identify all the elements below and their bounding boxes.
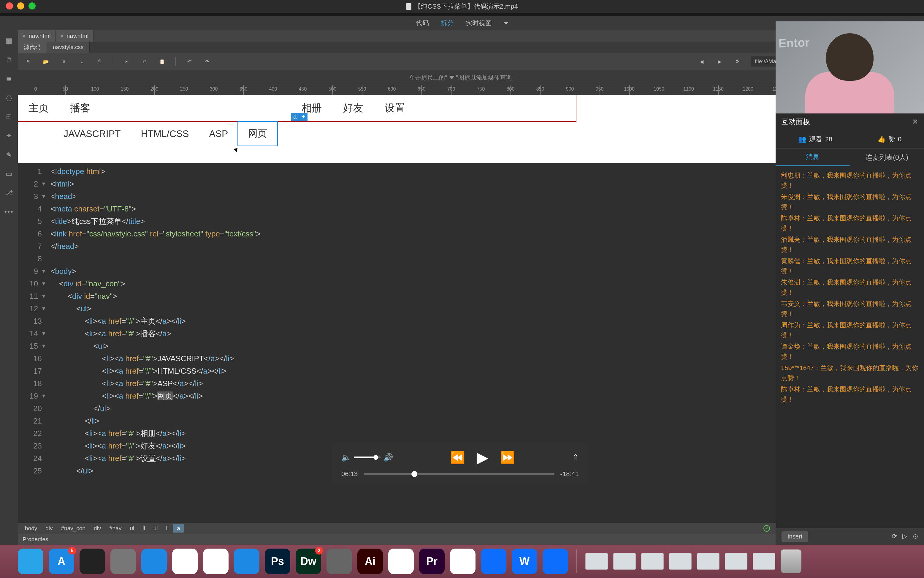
behaviors-icon[interactable]: ✦	[5, 131, 13, 140]
nav-item[interactable]: 主页	[18, 101, 59, 115]
print-icon[interactable]: ⎙	[95, 57, 104, 66]
tab-messages[interactable]: 消息	[775, 148, 850, 166]
line-number[interactable]: 8	[18, 252, 46, 265]
volume-low-icon[interactable]: 🔈	[341, 453, 351, 462]
close-icon[interactable]: ✕	[912, 118, 918, 126]
validation-ok-icon[interactable]: ✓	[764, 525, 770, 532]
refresh-icon[interactable]: ⟳	[892, 533, 897, 540]
subnav-item[interactable]: HTML/CSS	[131, 123, 199, 144]
dock-app-wechat[interactable]	[172, 549, 198, 574]
mode-split[interactable]: 拆分	[441, 19, 454, 28]
insert-button[interactable]: Insert	[782, 531, 808, 542]
line-number[interactable]: 13	[18, 315, 46, 327]
breadcrumb-item[interactable]: div	[90, 524, 105, 533]
dock-recent-window[interactable]	[697, 553, 720, 570]
dock-app-chrome[interactable]	[450, 549, 476, 574]
chat-message-list[interactable]: 利忠朋：兰敏，我来围观你的直播啦，为你点赞！朱俊澍：兰敏，我来围观你的直播啦，为…	[775, 166, 924, 545]
nav-item[interactable]: 播客	[59, 101, 101, 115]
subnav-item[interactable]: JAVASCRIPT	[53, 123, 131, 144]
dock-recent-window[interactable]	[669, 553, 692, 570]
share-icon[interactable]: ⇪	[572, 453, 579, 462]
record-icon[interactable]: ⊙	[913, 533, 918, 540]
sub-tab[interactable]: 源代码	[18, 42, 47, 53]
wand-icon[interactable]: ✎	[5, 150, 13, 159]
dock-app-feishu[interactable]	[542, 549, 568, 574]
copy-icon[interactable]: ⧉	[140, 57, 149, 66]
breadcrumb-item[interactable]: body	[21, 524, 41, 533]
more-icon[interactable]: •••	[5, 207, 13, 216]
assets-icon[interactable]: ⧉	[5, 55, 13, 64]
dock-app-launchpad[interactable]	[110, 549, 136, 574]
breadcrumb-item[interactable]: ul	[149, 524, 162, 533]
insert-icon[interactable]: ≣	[5, 74, 13, 83]
line-number[interactable]: 9▼	[18, 265, 46, 278]
volume-control[interactable]: 🔈 🔊	[341, 453, 393, 462]
line-number[interactable]: 3▼	[18, 190, 46, 203]
fullscreen-dot[interactable]	[29, 2, 36, 10]
preview-subnav[interactable]: JAVASCRIPTHTML/CSSASP网页	[53, 122, 277, 146]
dock-app-appstore[interactable]: A5	[49, 549, 74, 574]
tab-queue[interactable]: 连麦列表(0人)	[850, 148, 924, 166]
dock-app-keynote[interactable]	[234, 549, 259, 574]
dock-recent-window[interactable]	[613, 553, 636, 570]
line-number[interactable]: 14▼	[18, 327, 46, 340]
dock-app-finder[interactable]	[18, 549, 43, 574]
line-number[interactable]: 19▼	[18, 390, 46, 402]
line-number[interactable]: 22	[18, 427, 46, 440]
paste-icon[interactable]: 📋	[158, 57, 167, 66]
breadcrumb-item[interactable]: a	[173, 524, 184, 533]
dock-recent-window[interactable]	[641, 553, 664, 570]
line-number[interactable]: 2▼	[18, 178, 46, 190]
subnav-item[interactable]: 网页	[238, 122, 277, 146]
volume-high-icon[interactable]: 🔊	[384, 453, 393, 462]
new-file-icon[interactable]: 🗎	[24, 57, 32, 66]
undo-icon[interactable]: ↶	[184, 57, 194, 66]
git-icon[interactable]: ⎇	[5, 188, 13, 197]
badge-plus-icon[interactable]: +	[299, 113, 307, 121]
close-tab-icon[interactable]: ×	[61, 33, 64, 39]
css-icon[interactable]: ◌	[5, 93, 13, 102]
sub-tab[interactable]: navstyle.css	[47, 42, 90, 53]
breadcrumb-item[interactable]: li	[138, 524, 149, 533]
mode-live[interactable]: 实时视图	[466, 19, 492, 28]
redo-icon[interactable]: ↷	[202, 57, 211, 66]
snippets-icon[interactable]: ▭	[5, 169, 13, 178]
scrubber[interactable]	[364, 473, 555, 475]
chevron-down-icon[interactable]	[504, 22, 508, 24]
line-number[interactable]: 4	[18, 203, 46, 215]
dock-app-textedit[interactable]	[388, 549, 414, 574]
breadcrumb-item[interactable]: #nav	[105, 524, 126, 533]
line-number[interactable]: 16	[18, 352, 46, 365]
breadcrumb-item[interactable]: div	[41, 524, 57, 533]
line-number[interactable]: 5	[18, 215, 46, 227]
dock-app-safari[interactable]	[141, 549, 167, 574]
dock-app-photoshop[interactable]: Ps	[265, 549, 290, 574]
macos-dock[interactable]: A5PsDw2AiPrW	[0, 545, 924, 578]
rewind-button[interactable]: ⏪	[450, 451, 465, 464]
dom-icon[interactable]: ⊞	[5, 112, 13, 121]
minimize-dot[interactable]	[17, 2, 24, 10]
line-number[interactable]: 24	[18, 452, 46, 464]
live-preview-pane[interactable]: 主页播客相册好友设置 a + JAVASCRIPTHTML/CSSASP网页	[18, 95, 903, 163]
likes-stat[interactable]: 👍 赞 0	[877, 135, 901, 144]
dock-app-wps[interactable]: W	[512, 549, 537, 574]
forward-icon[interactable]: ▶	[715, 57, 724, 66]
save-icon[interactable]: ⤓	[77, 57, 86, 66]
volume-slider[interactable]	[354, 456, 380, 458]
line-number-gutter[interactable]: 1 2▼3▼4 5 6 7 8 9▼10▼11▼12▼13 14▼15▼16 1…	[18, 163, 50, 523]
dock-app-teamviewer[interactable]	[481, 549, 507, 574]
line-number[interactable]: 18	[18, 377, 46, 390]
breadcrumb-item[interactable]: ul	[126, 524, 138, 533]
trash-icon[interactable]	[781, 549, 801, 573]
line-number[interactable]: 17	[18, 365, 46, 377]
dock-app-preferences[interactable]	[327, 549, 352, 574]
line-number[interactable]: 1	[18, 165, 46, 178]
close-dot[interactable]	[6, 2, 13, 10]
file-tab[interactable]: ×nav.html	[56, 30, 94, 42]
download-icon[interactable]: ⇩	[59, 57, 68, 66]
ruler[interactable]: 0501001502002503003504004505005506006507…	[18, 85, 903, 95]
open-folder-icon[interactable]: 📂	[42, 57, 50, 66]
back-icon[interactable]: ◀	[697, 57, 706, 66]
line-number[interactable]: 7	[18, 240, 46, 252]
element-tag-badge[interactable]: a +	[291, 113, 307, 121]
